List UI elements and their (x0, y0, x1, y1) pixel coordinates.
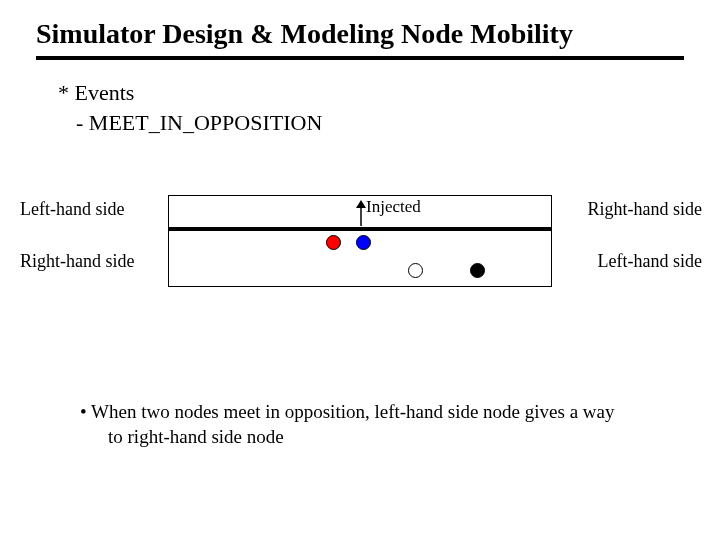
label-lower-left: Right-hand side (20, 251, 135, 272)
event-item: - MEET_IN_OPPOSITION (58, 108, 720, 138)
note-line-1: • When two nodes meet in opposition, lef… (80, 400, 615, 425)
label-upper-right: Right-hand side (588, 199, 703, 220)
road-center-divider (168, 227, 552, 231)
injected-label: Injected (366, 197, 421, 217)
label-upper-left: Left-hand side (20, 199, 124, 220)
arrow-up-icon (356, 200, 366, 226)
page-title: Simulator Design & Modeling Node Mobilit… (36, 18, 684, 50)
svg-marker-1 (356, 200, 366, 208)
note-line-2: to right-hand side node (80, 425, 615, 450)
events-heading: * Events (58, 78, 720, 108)
label-lower-right: Left-hand side (598, 251, 702, 272)
road-diagram: Left-hand side Right-hand side Right-han… (0, 195, 720, 305)
explanatory-note: • When two nodes meet in opposition, lef… (80, 400, 615, 449)
